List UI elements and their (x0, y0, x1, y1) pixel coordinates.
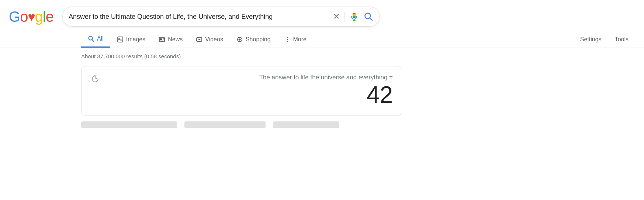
tools-link[interactable]: Tools (608, 32, 635, 47)
svg-point-21 (287, 39, 288, 40)
logo-letter-o1: o (20, 8, 28, 25)
svg-rect-14 (160, 38, 162, 40)
tab-all-label: All (97, 35, 104, 42)
more-dots-icon (284, 36, 291, 43)
calculator-result: 42 (104, 82, 393, 108)
stub-line-1 (81, 121, 177, 128)
search-box-wrapper: ✕ (62, 7, 380, 27)
tools-label: Tools (615, 36, 629, 43)
tab-videos[interactable]: Videos (189, 32, 230, 47)
tab-all[interactable]: All (81, 32, 110, 48)
calculator-top: The answer to life the universe and ever… (90, 74, 393, 108)
svg-rect-6 (353, 16, 356, 18)
logo-letter-G: G (9, 8, 20, 25)
clear-icon[interactable]: ✕ (333, 13, 340, 21)
videos-icon (196, 36, 202, 43)
settings-link[interactable]: Settings (574, 32, 608, 47)
svg-line-10 (92, 40, 94, 42)
search-action-icons: ✕ (333, 11, 373, 22)
logo-letter-l: l (43, 8, 46, 25)
header: G o ♥ g l e ✕ (0, 0, 644, 27)
results-info: About 37,700,000 results (0.58 seconds) (0, 48, 644, 63)
tab-shopping-label: Shopping (246, 36, 271, 43)
tab-images[interactable]: Images (110, 32, 152, 47)
results-count: About 37,700,000 results (0.58 seconds) (81, 53, 181, 59)
nav-right-actions: Settings Tools (574, 32, 644, 47)
images-icon (117, 36, 124, 43)
svg-marker-19 (198, 39, 201, 40)
stub-line-2 (184, 121, 266, 128)
logo-heart: ♥ (28, 10, 35, 24)
search-box: ✕ (62, 7, 380, 27)
tab-news-label: News (168, 36, 183, 43)
tab-more-label: More (293, 36, 307, 43)
calculator-inner: The answer to life the universe and ever… (82, 66, 402, 115)
nav-tabs: All Images News (0, 28, 644, 48)
bottom-stubs (0, 115, 644, 128)
svg-rect-3 (353, 20, 356, 21)
tab-videos-label: Videos (205, 36, 223, 43)
tab-more[interactable]: More (277, 32, 313, 47)
logo-letter-g: g (35, 8, 43, 25)
icon-divider (344, 12, 344, 21)
voice-search-icon[interactable] (349, 11, 359, 22)
search-input[interactable] (69, 13, 333, 21)
logo-letter-e: e (46, 8, 53, 25)
calculator-expression: The answer to life the universe and ever… (104, 74, 393, 81)
settings-label: Settings (580, 36, 602, 43)
search-submit-icon[interactable] (364, 12, 373, 21)
calculator-card-wrapper: The answer to life the universe and ever… (0, 66, 644, 115)
shopping-icon (236, 36, 243, 43)
stub-line-3 (273, 121, 339, 128)
history-icon[interactable] (90, 75, 99, 83)
tab-shopping[interactable]: Shopping (230, 32, 277, 47)
calculator-expression-area: The answer to life the universe and ever… (104, 74, 393, 108)
news-icon (159, 36, 165, 43)
svg-line-8 (370, 18, 372, 21)
all-search-icon (88, 35, 94, 42)
calculator-card: The answer to life the universe and ever… (81, 66, 402, 115)
svg-point-20 (287, 37, 288, 38)
google-logo[interactable]: G o ♥ g l e (9, 8, 53, 25)
tab-news[interactable]: News (152, 32, 189, 47)
tab-images-label: Images (126, 36, 145, 43)
svg-point-22 (287, 41, 288, 42)
